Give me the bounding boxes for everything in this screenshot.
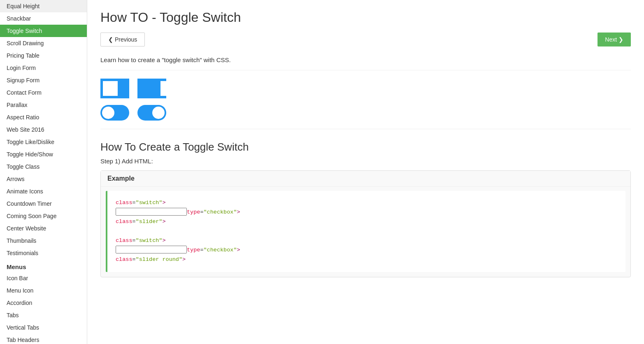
toggle-round-on-slider <box>137 105 166 121</box>
next-button[interactable]: Next ❯ <box>598 33 631 46</box>
sidebar-item-menu-icon[interactable]: Menu Icon <box>0 284 87 297</box>
sidebar-item-icon-bar[interactable]: Icon Bar <box>0 272 87 284</box>
sidebar-item-arrows[interactable]: Arrows <box>0 173 87 185</box>
sidebar-item-contact-form[interactable]: Contact Form <box>0 86 87 99</box>
example-box: Example class="switch"> type="checkbox">… <box>100 170 631 277</box>
menus-section-label: Menus <box>0 259 87 272</box>
sidebar-item-vertical-tabs[interactable]: Vertical Tabs <box>0 321 87 334</box>
sidebar-item-toggle-like-dislike[interactable]: Toggle Like/Dislike <box>0 136 87 148</box>
main-content: How TO - Toggle Switch ❮ Previous Next ❯… <box>87 0 644 344</box>
sidebar-item-toggle-hide-show[interactable]: Toggle Hide/Show <box>0 148 87 160</box>
intro-text: Learn how to create a "toggle switch" wi… <box>100 56 631 70</box>
sidebar-item-countdown-timer[interactable]: Countdown Timer <box>0 198 87 210</box>
toggle-rect-on-slider <box>137 79 166 98</box>
code-line <box>116 227 617 236</box>
sidebar-item-toggle-class[interactable]: Toggle Class <box>0 160 87 173</box>
sidebar-item-center-website[interactable]: Center Website <box>0 222 87 235</box>
code-line: class="slider round"> <box>116 255 617 265</box>
example-header: Example <box>101 171 630 187</box>
sidebar-item-equal-height[interactable]: Equal Height <box>0 0 87 12</box>
sidebar-item-snackbar[interactable]: Snackbar <box>0 12 87 25</box>
code-line: class="slider"> <box>116 217 617 227</box>
sidebar-item-thumbnails[interactable]: Thumbnails <box>0 235 87 247</box>
sidebar-item-testimonials[interactable]: Testimonials <box>0 247 87 259</box>
code-area: class="switch"> type="checkbox"> class="… <box>106 191 625 272</box>
sidebar-item-pricing-table[interactable]: Pricing Table <box>0 49 87 62</box>
toggle-rect-on[interactable] <box>137 79 166 98</box>
toggle-round-on[interactable] <box>137 105 166 121</box>
sidebar-item-tabs[interactable]: Tabs <box>0 309 87 321</box>
nav-buttons: ❮ Previous Next ❯ <box>100 33 631 46</box>
toggle-rect-off-slider <box>100 79 129 98</box>
toggle-round-off[interactable] <box>100 105 129 121</box>
sidebar-item-tab-headers[interactable]: Tab Headers <box>0 334 87 344</box>
sidebar-item-scroll-drawing[interactable]: Scroll Drawing <box>0 37 87 49</box>
sidebar-item-login-form[interactable]: Login Form <box>0 62 87 74</box>
sidebar-item-signup-form[interactable]: Signup Form <box>0 74 87 86</box>
sidebar-item-parallax[interactable]: Parallax <box>0 99 87 111</box>
prev-button[interactable]: ❮ Previous <box>100 33 145 46</box>
page-title: How TO - Toggle Switch <box>100 10 631 25</box>
sidebar-item-animate-icons[interactable]: Animate Icons <box>0 185 87 198</box>
code-line: class="switch"> <box>116 198 617 208</box>
sidebar-item-aspect-ratio[interactable]: Aspect Ratio <box>0 111 87 123</box>
toggle-row-rect <box>100 79 631 98</box>
sidebar-item-web-site-2016[interactable]: Web Site 2016 <box>0 123 87 136</box>
toggle-round-off-slider <box>100 105 129 121</box>
step-label: Step 1) Add HTML: <box>100 158 631 165</box>
toggle-row-round <box>100 105 631 121</box>
sidebar-item-toggle-switch[interactable]: Toggle Switch <box>0 25 87 37</box>
section-title: How To Create a Toggle Switch <box>100 141 631 153</box>
toggle-demo-area <box>100 79 631 129</box>
toggle-rect-off[interactable] <box>100 79 129 98</box>
sidebar-item-accordion[interactable]: Accordion <box>0 297 87 309</box>
code-line: type="checkbox"> <box>116 208 617 217</box>
code-line: class="switch"> <box>116 236 617 246</box>
sidebar: Equal HeightSnackbarToggle SwitchScroll … <box>0 0 87 344</box>
sidebar-item-coming-soon-page[interactable]: Coming Soon Page <box>0 210 87 222</box>
code-line: type="checkbox"> <box>116 246 617 255</box>
